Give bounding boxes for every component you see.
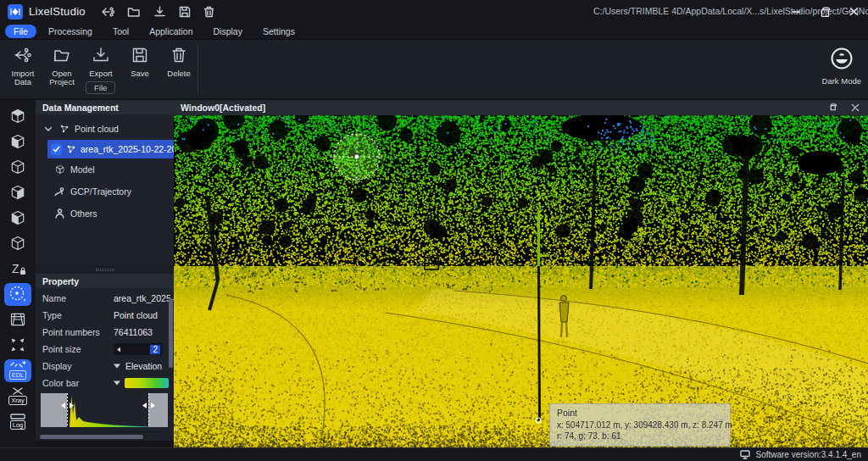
pivot-crosshair-icon xyxy=(326,126,387,187)
import-data-button[interactable]: Import Data xyxy=(3,45,42,86)
point-info-tooltip: Point x: 504717.012 m, y: 309428.430 m, … xyxy=(549,403,731,447)
tree-item-label: Model xyxy=(70,164,95,175)
tree-item-gcp-trajectory[interactable]: GCP/Trajectory xyxy=(36,181,174,203)
tree-item-label: area_rtk_2025-10-22-204901 xyxy=(81,144,174,154)
import-data-icon xyxy=(14,47,32,67)
orbit-icon[interactable] xyxy=(0,281,36,307)
arrow-left-icon[interactable] xyxy=(116,347,121,353)
property-value-type: Point cloud xyxy=(114,310,158,320)
panel-splitter[interactable] xyxy=(36,265,174,274)
model-icon xyxy=(54,164,65,175)
chevron-down-icon xyxy=(114,364,120,369)
app-window: LixelStudio C:/Users/TRIMBLE 4D/AppData/… xyxy=(0,0,868,461)
viewport-title: Window0[Activated] xyxy=(174,103,265,113)
menu-item-application[interactable]: Application xyxy=(141,25,201,38)
point-cloud-canvas[interactable] xyxy=(174,115,868,447)
delete-button[interactable]: Delete xyxy=(159,45,198,78)
toolbar-separator xyxy=(198,44,198,93)
menu-item-settings[interactable]: Settings xyxy=(254,25,303,38)
xray-icon[interactable]: Xray xyxy=(0,383,36,408)
save-button[interactable]: Save xyxy=(120,45,159,78)
software-version: Software version:3.4.1.4_en xyxy=(755,450,861,459)
z-lock-icon[interactable]: Z xyxy=(0,256,36,281)
save-icon[interactable] xyxy=(179,6,191,18)
data-tree: Point cloud area_rtk_2025-10-22-204901 M… xyxy=(36,114,174,265)
tree-item-model[interactable]: Model xyxy=(36,158,174,181)
property-header: Property xyxy=(36,274,174,288)
toolbar-group-label: File xyxy=(86,81,115,94)
monitor-icon xyxy=(740,447,750,461)
display-mode-select[interactable]: Elevation xyxy=(114,361,162,371)
view-cube-top-icon[interactable] xyxy=(0,103,36,129)
data-management-header: Data Management xyxy=(36,100,174,114)
point-size-value[interactable]: 2 xyxy=(150,345,160,354)
menu-item-tool[interactable]: Tool xyxy=(104,25,137,38)
close-icon[interactable] xyxy=(839,0,868,23)
export-button[interactable]: Export xyxy=(81,45,120,78)
share-icon[interactable] xyxy=(101,6,114,18)
property-row-type: Type Point cloud xyxy=(36,307,174,324)
point-cloud-icon xyxy=(66,144,76,154)
tooltip-rgb: r: 74, g: 73, b: 61 xyxy=(557,430,723,442)
property-row-color-bar: Color bar xyxy=(36,375,174,392)
property-horizontal-scrollbar[interactable] xyxy=(36,432,174,441)
view-cube-back-icon[interactable] xyxy=(0,230,36,256)
left-panel: Data Management Point cloud area_rtk_202… xyxy=(36,100,174,447)
elevation-histogram[interactable] xyxy=(41,393,169,427)
property-row-name: Name area_rtk_2025- xyxy=(36,290,174,307)
property-vertical-scrollbar[interactable] xyxy=(169,298,173,368)
point-size-stepper[interactable]: 2 xyxy=(114,343,163,355)
tooltip-title: Point xyxy=(557,408,723,418)
close-window-icon[interactable] xyxy=(851,100,860,115)
open-project-button[interactable]: Open Project xyxy=(42,45,81,86)
view-cube-left-icon[interactable] xyxy=(0,180,36,205)
tooltip-coordinates: x: 504717.012 m, y: 309428.430 m, z: 8.2… xyxy=(557,419,723,430)
viewport: Window0[Activated] Point x: 504717.012 m… xyxy=(174,100,868,447)
view-cube-front-icon[interactable] xyxy=(0,129,36,154)
point-cloud-view[interactable]: Point x: 504717.012 m, y: 309428.430 m, … xyxy=(174,115,868,447)
property-row-point-numbers: Point numbers 76411063 xyxy=(36,324,174,341)
open-folder-icon[interactable] xyxy=(127,6,141,18)
chevron-down-icon[interactable] xyxy=(42,126,53,131)
menubar: File Processing Tool Application Display… xyxy=(0,23,868,40)
log-icon[interactable]: Log xyxy=(0,408,36,434)
property-row-transparency: Transparency 1.00 xyxy=(36,429,174,432)
menu-item-processing[interactable]: Processing xyxy=(40,25,101,38)
color-gradient-swatch xyxy=(125,378,169,388)
maximize-icon[interactable] xyxy=(810,0,839,23)
titlebar: LixelStudio C:/Users/TRIMBLE 4D/AppData/… xyxy=(0,0,868,23)
download-icon[interactable] xyxy=(153,6,166,18)
delete-icon xyxy=(171,47,186,67)
app-title: LixelStudio xyxy=(29,5,86,18)
view-toolbar-rail: Z EDL Xray Log xyxy=(0,100,36,447)
person-icon xyxy=(54,208,65,219)
transparency-stepper[interactable]: 1.00 xyxy=(114,431,163,432)
toolbar: Import Data Open Project Export Save Del… xyxy=(0,40,868,100)
tree-item-point-cloud[interactable]: Point cloud xyxy=(36,118,174,140)
menu-item-file[interactable]: File xyxy=(5,25,36,38)
minimize-icon[interactable] xyxy=(782,0,810,23)
tree-item-others[interactable]: Others xyxy=(36,203,174,225)
perspective-icon[interactable] xyxy=(0,307,36,332)
view-cube-wire-icon[interactable] xyxy=(0,154,36,180)
tree-item-label: Others xyxy=(70,208,97,219)
color-bar-select[interactable] xyxy=(114,378,169,388)
export-icon xyxy=(92,47,110,67)
dark-mode-button[interactable]: Dark Mode xyxy=(822,47,861,86)
menu-item-display[interactable]: Display xyxy=(205,25,251,38)
property-row-display: Display Elevation xyxy=(36,358,174,375)
property-row-point-size: Point size 2 xyxy=(36,341,174,358)
view-cube-right-icon[interactable] xyxy=(0,205,36,230)
histogram-right-handle[interactable] xyxy=(142,403,147,408)
edl-icon[interactable]: EDL xyxy=(0,358,36,383)
property-panel: Name area_rtk_2025- Type Point cloud Poi… xyxy=(36,288,174,432)
app-logo xyxy=(8,4,23,19)
tree-item-selected-cloud[interactable]: area_rtk_2025-10-22-204901 xyxy=(47,140,174,158)
trash-icon[interactable] xyxy=(203,6,214,18)
checkbox-checked-icon[interactable] xyxy=(51,144,62,155)
save-icon xyxy=(131,47,148,67)
chevron-down-icon xyxy=(114,380,120,386)
tree-item-label: Point cloud xyxy=(75,124,119,134)
fullscreen-icon[interactable] xyxy=(0,332,36,358)
restore-window-icon[interactable] xyxy=(828,100,837,115)
